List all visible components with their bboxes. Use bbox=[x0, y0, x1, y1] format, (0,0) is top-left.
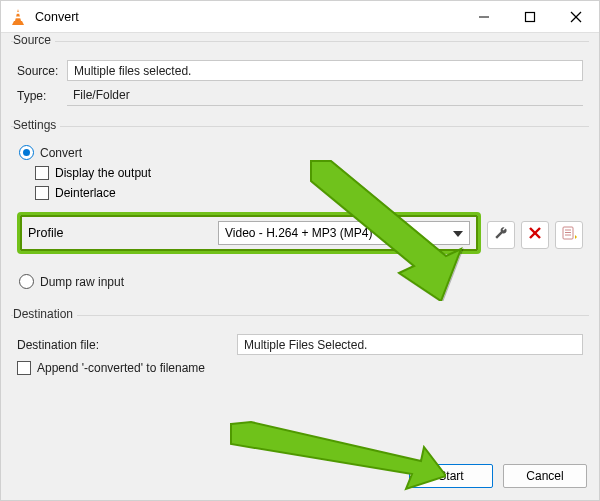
window-buttons bbox=[461, 1, 599, 32]
profile-label: Profile bbox=[28, 226, 218, 240]
new-profile-icon bbox=[561, 225, 577, 245]
close-button[interactable] bbox=[553, 1, 599, 32]
source-label: Source: bbox=[17, 64, 67, 78]
source-field[interactable]: Multiple files selected. bbox=[67, 60, 583, 81]
titlebar: Convert bbox=[1, 1, 599, 33]
svg-rect-1 bbox=[16, 12, 20, 14]
cancel-button-label: Cancel bbox=[526, 469, 563, 483]
svg-rect-2 bbox=[15, 16, 21, 18]
deinterlace-label: Deinterlace bbox=[55, 186, 116, 200]
append-converted-label: Append '-converted' to filename bbox=[37, 361, 205, 375]
settings-group: Settings Convert Display the output Dein… bbox=[11, 126, 589, 307]
svg-line-6 bbox=[571, 12, 581, 22]
display-output-checkbox[interactable] bbox=[35, 166, 49, 180]
deinterlace-checkbox[interactable] bbox=[35, 186, 49, 200]
dump-raw-radio[interactable] bbox=[19, 274, 34, 289]
source-group: Source Source: Multiple files selected. … bbox=[11, 41, 589, 118]
svg-marker-8 bbox=[453, 231, 463, 237]
svg-marker-15 bbox=[575, 235, 577, 239]
edit-profile-button[interactable] bbox=[487, 221, 515, 249]
wrench-icon bbox=[493, 225, 509, 245]
type-field: File/Folder bbox=[67, 85, 583, 106]
new-profile-button[interactable] bbox=[555, 221, 583, 249]
convert-radio[interactable] bbox=[19, 145, 34, 160]
svg-marker-3 bbox=[12, 21, 24, 25]
chevron-down-icon bbox=[453, 226, 463, 240]
type-label: Type: bbox=[17, 89, 67, 103]
destination-file-value: Multiple Files Selected. bbox=[244, 338, 367, 352]
destination-file-field[interactable]: Multiple Files Selected. bbox=[237, 334, 583, 355]
profile-row-highlight: Profile Video - H.264 + MP3 (MP4) bbox=[17, 212, 481, 254]
maximize-button[interactable] bbox=[507, 1, 553, 32]
svg-marker-0 bbox=[15, 9, 21, 21]
svg-line-7 bbox=[571, 12, 581, 22]
profile-value: Video - H.264 + MP3 (MP4) bbox=[225, 226, 373, 240]
dialog-buttons: Start Cancel bbox=[409, 464, 587, 488]
start-button[interactable]: Start bbox=[409, 464, 493, 488]
source-legend: Source bbox=[13, 33, 55, 47]
delete-profile-button[interactable] bbox=[521, 221, 549, 249]
destination-legend: Destination bbox=[13, 307, 77, 321]
destination-file-label: Destination file: bbox=[17, 338, 237, 352]
profile-select[interactable]: Video - H.264 + MP3 (MP4) bbox=[218, 221, 470, 245]
svg-rect-5 bbox=[526, 12, 535, 21]
delete-icon bbox=[528, 226, 542, 244]
source-value: Multiple files selected. bbox=[74, 64, 191, 78]
vlc-icon bbox=[9, 8, 27, 26]
start-button-label: Start bbox=[438, 469, 463, 483]
cancel-button[interactable]: Cancel bbox=[503, 464, 587, 488]
settings-legend: Settings bbox=[13, 118, 60, 132]
window-title: Convert bbox=[35, 10, 461, 24]
convert-radio-label: Convert bbox=[40, 146, 82, 160]
display-output-label: Display the output bbox=[55, 166, 151, 180]
append-converted-checkbox[interactable] bbox=[17, 361, 31, 375]
convert-dialog: Convert Source Source: Multiple files se… bbox=[0, 0, 600, 501]
minimize-button[interactable] bbox=[461, 1, 507, 32]
destination-group: Destination Destination file: Multiple F… bbox=[11, 315, 589, 387]
dump-raw-label: Dump raw input bbox=[40, 275, 124, 289]
type-value: File/Folder bbox=[73, 88, 130, 102]
